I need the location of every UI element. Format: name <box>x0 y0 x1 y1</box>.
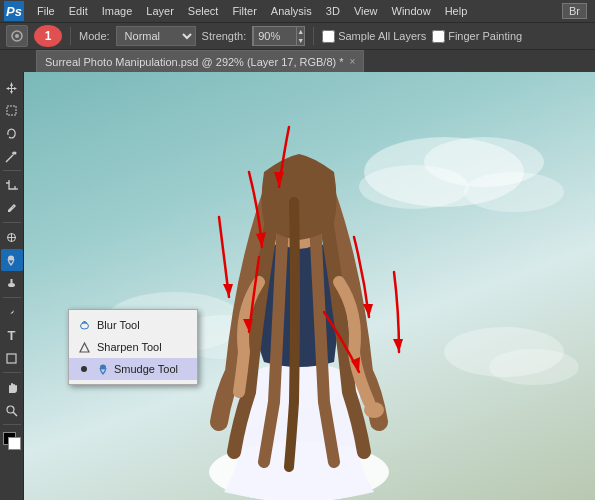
tool-crop[interactable] <box>1 174 23 196</box>
canvas-area: Blur Tool Sharpen Tool Smudge Tool <box>24 72 595 500</box>
mode-select[interactable]: Normal Darken Lighten <box>116 26 196 46</box>
svg-rect-14 <box>7 354 16 363</box>
active-indicator-dot <box>81 366 87 372</box>
svg-point-37 <box>83 321 85 323</box>
svg-rect-3 <box>7 106 16 115</box>
blur-tool-icon <box>77 318 91 332</box>
tool-eyedropper[interactable] <box>1 197 23 219</box>
color-swatches[interactable] <box>1 430 23 452</box>
svg-line-4 <box>6 155 13 162</box>
left-toolbar: T <box>0 72 24 500</box>
menu-select[interactable]: Select <box>181 3 226 19</box>
strength-label: Strength: <box>202 30 247 42</box>
menu-help[interactable]: Help <box>438 3 475 19</box>
smudge-row: Smudge Tool <box>97 363 178 376</box>
svg-point-20 <box>464 172 564 212</box>
tool-text[interactable]: T <box>1 324 23 346</box>
tool-shape[interactable] <box>1 347 23 369</box>
tool-hand[interactable] <box>1 376 23 398</box>
separator-1 <box>70 27 71 45</box>
mode-label: Mode: <box>79 30 110 42</box>
tool-dodge[interactable] <box>1 272 23 294</box>
context-menu-item-sharpen[interactable]: Sharpen Tool <box>69 336 197 358</box>
menu-3d[interactable]: 3D <box>319 3 347 19</box>
separator-2 <box>313 27 314 45</box>
context-menu-item-blur[interactable]: Blur Tool <box>69 314 197 336</box>
options-bar: 1 Mode: Normal Darken Lighten Strength: … <box>0 22 595 50</box>
tool-smudge[interactable] <box>1 249 23 271</box>
menu-window[interactable]: Window <box>385 3 438 19</box>
strength-value[interactable]: 90% <box>253 26 297 46</box>
menu-edit[interactable]: Edit <box>62 3 95 19</box>
strength-arrows[interactable]: ▲ ▼ <box>297 27 304 45</box>
context-menu: Blur Tool Sharpen Tool Smudge Tool <box>68 309 198 385</box>
tool-magic-wand[interactable] <box>1 145 23 167</box>
finger-paint-checkbox[interactable]: Finger Painting <box>432 30 522 43</box>
bridge-button[interactable]: Br <box>562 3 587 19</box>
sharpen-tool-label: Sharpen Tool <box>97 341 162 353</box>
arrow-3 <box>219 217 233 297</box>
menu-analysis[interactable]: Analysis <box>264 3 319 19</box>
svg-point-12 <box>8 283 15 287</box>
tool-separator-4 <box>3 372 21 373</box>
canvas-svg <box>24 72 595 500</box>
brush-size-display[interactable]: 1 <box>34 25 62 47</box>
menu-layer[interactable]: Layer <box>139 3 181 19</box>
document-tab[interactable]: Surreal Photo Manipulation.psd @ 292% (L… <box>36 50 364 72</box>
svg-point-1 <box>15 34 19 38</box>
tool-move[interactable] <box>1 76 23 98</box>
tool-separator-5 <box>3 424 21 425</box>
svg-point-19 <box>359 165 469 209</box>
workspace: T <box>0 72 595 500</box>
tool-pen[interactable] <box>1 301 23 323</box>
menu-filter[interactable]: Filter <box>225 3 263 19</box>
svg-point-28 <box>364 402 384 418</box>
tool-healing[interactable] <box>1 226 23 248</box>
tool-zoom[interactable] <box>1 399 23 421</box>
tool-separator-2 <box>3 222 21 223</box>
tab-close-button[interactable]: × <box>350 56 356 67</box>
ps-logo: Ps <box>4 1 24 21</box>
smudge-selected-icon <box>77 362 91 376</box>
document-title: Surreal Photo Manipulation.psd @ 292% (L… <box>45 56 344 68</box>
sample-all-layers-label: Sample All Layers <box>338 30 426 42</box>
sample-all-layers-input[interactable] <box>322 30 335 43</box>
sharpen-tool-icon <box>77 340 91 354</box>
svg-point-39 <box>100 364 106 369</box>
tool-separator-1 <box>3 170 21 171</box>
tool-separator-3 <box>3 297 21 298</box>
svg-point-11 <box>8 255 14 260</box>
sample-all-layers-checkbox[interactable]: Sample All Layers <box>322 30 426 43</box>
tool-marquee[interactable] <box>1 99 23 121</box>
svg-point-15 <box>7 406 14 413</box>
blur-tool-label: Blur Tool <box>97 319 140 331</box>
doc-tab-bar: Surreal Photo Manipulation.psd @ 292% (L… <box>0 50 595 72</box>
svg-marker-2 <box>6 82 17 94</box>
tool-lasso[interactable] <box>1 122 23 144</box>
menu-view[interactable]: View <box>347 3 385 19</box>
background-color[interactable] <box>8 437 21 450</box>
svg-line-16 <box>13 412 17 416</box>
context-menu-item-smudge[interactable]: Smudge Tool <box>69 358 197 380</box>
menu-file[interactable]: File <box>30 3 62 19</box>
smudge-tool-label: Smudge Tool <box>114 363 178 375</box>
svg-marker-38 <box>80 343 89 352</box>
menu-image[interactable]: Image <box>95 3 140 19</box>
arrow-6 <box>393 272 403 352</box>
finger-paint-label: Finger Painting <box>448 30 522 42</box>
svg-point-24 <box>489 349 579 385</box>
brush-preset-picker[interactable] <box>6 25 28 47</box>
menu-bar: Ps File Edit Image Layer Select Filter A… <box>0 0 595 22</box>
svg-point-6 <box>14 151 17 154</box>
svg-point-36 <box>80 323 88 329</box>
finger-paint-input[interactable] <box>432 30 445 43</box>
